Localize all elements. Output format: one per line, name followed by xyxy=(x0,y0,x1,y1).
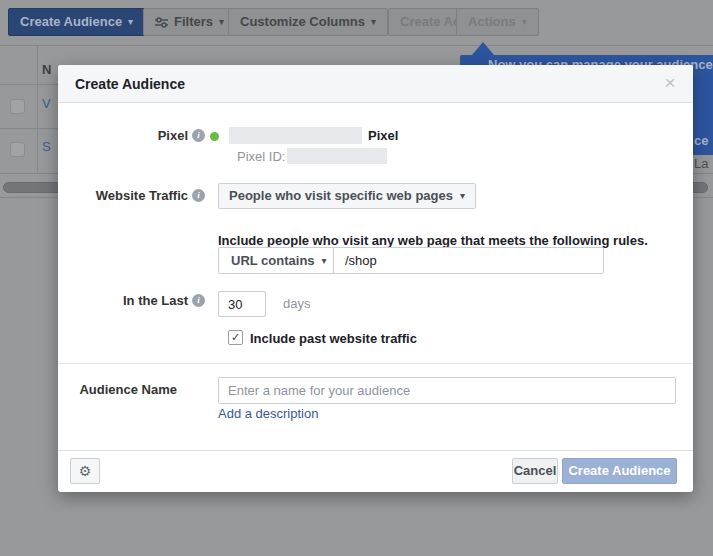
website-traffic-dropdown[interactable]: People who visit specific web pages ▾ xyxy=(218,183,476,209)
create-audience-modal: Create Audience × Pixel i Pixel Pixel ID… xyxy=(58,65,693,492)
row1-audience-link[interactable]: V xyxy=(42,96,51,111)
footer-divider xyxy=(58,450,693,451)
row2-audience-link[interactable]: S xyxy=(42,139,51,154)
right-column-header-fragment: La xyxy=(694,156,708,171)
caret-down-icon: ▾ xyxy=(219,17,224,27)
advanced-settings-button[interactable]: ⚙ xyxy=(70,458,100,484)
website-traffic-label: Website Traffic xyxy=(96,188,188,203)
filters-icon xyxy=(155,17,168,28)
pixel-name-suffix: Pixel xyxy=(368,128,398,143)
row1-checkbox[interactable] xyxy=(10,99,25,114)
gear-icon: ⚙ xyxy=(79,463,92,479)
create-audience-submit-button[interactable]: Create Audience xyxy=(562,458,677,484)
info-icon[interactable]: i xyxy=(192,189,205,202)
pixel-name-redacted xyxy=(229,127,362,144)
caret-down-icon: ▾ xyxy=(522,17,527,27)
pixel-label: Pixel xyxy=(158,128,188,143)
name-column-header: N xyxy=(42,62,51,77)
pixel-id-label: Pixel ID: xyxy=(237,149,285,164)
add-description-link[interactable]: Add a description xyxy=(218,406,318,421)
info-icon[interactable]: i xyxy=(192,294,205,307)
caret-down-icon: ▾ xyxy=(128,17,133,27)
section-divider xyxy=(58,363,693,364)
row2-checkbox[interactable] xyxy=(10,142,25,157)
customize-columns-button[interactable]: Customize Columns ▾ xyxy=(228,8,388,36)
pixel-active-status-dot xyxy=(210,132,219,141)
days-input[interactable] xyxy=(218,291,266,317)
actions-label: Actions xyxy=(468,9,516,35)
cancel-button[interactable]: Cancel xyxy=(512,458,558,484)
callout-text-fragment: ce xyxy=(694,133,708,148)
close-icon[interactable]: × xyxy=(659,72,681,94)
modal-header: Create Audience × xyxy=(58,65,693,103)
in-the-last-label: In the Last xyxy=(123,293,188,308)
table-top-border xyxy=(0,45,713,46)
create-ad-label: Create Ad xyxy=(400,9,461,35)
filters-button[interactable]: Filters ▾ xyxy=(143,8,236,36)
url-condition-dropdown[interactable]: URL contains ▾ xyxy=(219,248,334,273)
checkmark-icon: ✓ xyxy=(231,331,240,343)
audience-name-input[interactable] xyxy=(218,377,676,404)
include-past-traffic-label: Include past website traffic xyxy=(250,331,417,346)
caret-down-icon: ▾ xyxy=(460,184,465,208)
include-past-traffic-checkbox[interactable]: ✓ xyxy=(228,330,243,345)
caret-down-icon: ▾ xyxy=(371,17,376,27)
caret-down-icon: ▾ xyxy=(322,255,327,266)
days-unit-label: days xyxy=(283,296,310,311)
table-column-divider xyxy=(37,45,38,173)
create-audience-toolbar-label: Create Audience xyxy=(20,9,122,35)
url-condition-label: URL contains xyxy=(231,253,315,268)
create-audience-toolbar-button[interactable]: Create Audience ▾ xyxy=(8,8,145,36)
actions-button: Actions ▾ xyxy=(456,8,539,36)
filters-label: Filters xyxy=(174,9,213,35)
customize-columns-label: Customize Columns xyxy=(240,9,365,35)
url-value-input[interactable] xyxy=(334,248,603,273)
rules-instruction-text: Include people who visit any web page th… xyxy=(218,233,648,248)
info-icon[interactable]: i xyxy=(192,129,205,142)
audience-name-label: Audience Name xyxy=(79,382,177,397)
callout-arrow-up xyxy=(472,42,494,55)
website-traffic-selected-option: People who visit specific web pages xyxy=(229,184,453,208)
modal-title: Create Audience xyxy=(75,65,185,103)
pixel-id-redacted xyxy=(287,148,387,164)
url-rule-row: URL contains ▾ xyxy=(218,247,604,274)
